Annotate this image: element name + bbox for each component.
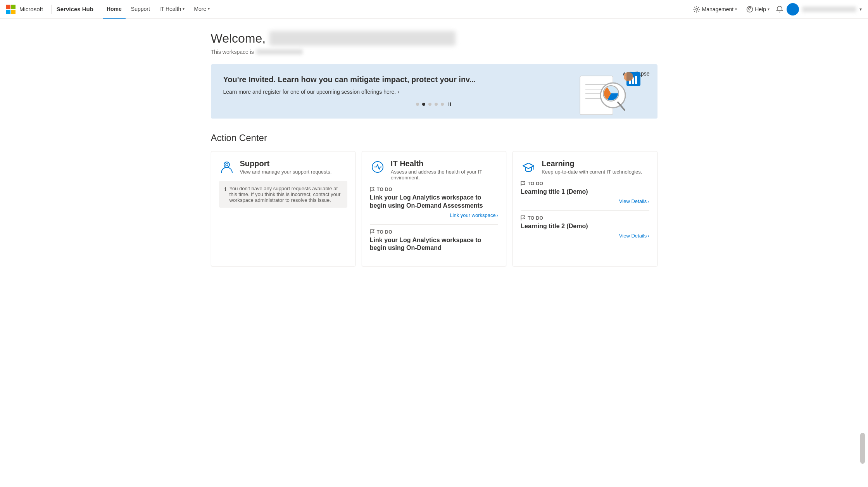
it-health-todo-2: To Do Link your Log Analytics workspace … (370, 229, 498, 253)
it-health-card-header: IT Health Assess and address the health … (370, 159, 498, 181)
gear-icon (693, 6, 700, 13)
svg-point-15 (624, 72, 633, 81)
action-center: Action Center Support View and manage yo… (211, 133, 657, 267)
banner-dot-1[interactable] (416, 103, 419, 106)
welcome-title: Welcome, (211, 31, 657, 46)
svg-point-0 (696, 8, 698, 10)
support-card-text: Support View and manage your support req… (240, 159, 332, 175)
nav-link-more[interactable]: More ▾ (190, 0, 214, 19)
nav-link-it-health[interactable]: IT Health ▾ (155, 0, 189, 19)
notifications-button[interactable] (776, 5, 783, 13)
learning-card-text: Learning Keep up-to-date with current IT… (542, 159, 642, 175)
svg-point-17 (226, 163, 228, 166)
help-icon (746, 6, 753, 13)
user-chevron[interactable]: ▾ (859, 7, 862, 12)
support-card-header: Support View and manage your support req… (219, 159, 347, 175)
user-name-welcome-blurred (269, 31, 456, 46)
learning-todo-1: To Do Learning title 1 (Demo) View Detai… (521, 181, 649, 204)
svg-rect-14 (635, 76, 637, 84)
cards-row: Support View and manage your support req… (211, 151, 657, 267)
learning-todo-2: To Do Learning title 2 (Demo) View Detai… (521, 215, 649, 239)
banner-dot-4[interactable] (435, 103, 438, 106)
microsoft-text: Microsoft (19, 6, 43, 12)
todo-label-2: To Do (370, 229, 498, 235)
banner-dot-5[interactable] (441, 103, 444, 106)
help-button[interactable]: Help ▾ (743, 3, 773, 15)
ms-logo-grid (6, 5, 16, 14)
management-chevron: ▾ (735, 7, 737, 11)
workspace-line: This workspace is (211, 49, 657, 55)
support-info-box: ℹ You don't have any support requests av… (219, 181, 347, 208)
management-button[interactable]: Management ▾ (690, 3, 740, 15)
support-icon (219, 159, 235, 175)
learning-divider (521, 210, 649, 211)
user-name-blurred (802, 7, 856, 12)
it-health-card-text: IT Health Assess and address the health … (391, 159, 498, 181)
learning-todo-label-2: To Do (521, 215, 649, 221)
nav-right: Management ▾ Help ▾ ▾ (690, 3, 862, 15)
workspace-name-blurred (256, 49, 303, 55)
it-health-chevron: ▾ (183, 7, 185, 11)
svg-point-16 (224, 162, 230, 167)
microsoft-logo[interactable]: Microsoft (6, 5, 43, 14)
it-health-icon (370, 159, 385, 175)
flag-icon-3 (521, 181, 525, 186)
it-health-todo-1: To Do Link your Log Analytics workspace … (370, 187, 498, 218)
main-content: Welcome, This workspace is You're Invite… (202, 19, 667, 267)
learning-card: Learning Keep up-to-date with current IT… (513, 151, 657, 267)
nav-links: Home Support IT Health ▾ More ▾ (103, 0, 690, 19)
more-chevron: ▾ (208, 7, 210, 11)
learning-link-1[interactable]: View Details › (521, 198, 649, 204)
learning-link-2[interactable]: View Details › (521, 233, 649, 239)
banner-illustration (572, 68, 642, 119)
banner-illustration-svg (572, 68, 642, 119)
help-chevron: ▾ (768, 7, 770, 11)
flag-icon-2 (370, 229, 374, 235)
banner-title: You're Invited. Learn how you can mitiga… (223, 75, 519, 84)
banner-content: You're Invited. Learn how you can mitiga… (223, 75, 519, 95)
services-hub-brand: Services Hub (57, 6, 93, 12)
nav-link-support[interactable]: Support (127, 0, 154, 19)
learning-card-header: Learning Keep up-to-date with current IT… (521, 159, 649, 175)
learning-icon (521, 159, 536, 175)
promo-banner: You're Invited. Learn how you can mitiga… (211, 64, 657, 119)
banner-link[interactable]: Learn more and register for one of our u… (223, 89, 519, 95)
banner-dot-2[interactable] (422, 103, 425, 106)
bell-icon (776, 5, 783, 13)
it-health-link-1[interactable]: Link your workspace › (370, 212, 498, 218)
support-card: Support View and manage your support req… (211, 151, 355, 267)
info-icon: ℹ (224, 186, 226, 192)
welcome-section: Welcome, This workspace is (211, 31, 657, 55)
it-health-card: IT Health Assess and address the health … (362, 151, 506, 267)
banner-dot-3[interactable] (428, 103, 431, 106)
nav-divider (52, 5, 52, 14)
todo-label-1: To Do (370, 187, 498, 192)
todo-divider (370, 224, 498, 225)
nav-link-home[interactable]: Home (103, 0, 126, 19)
navbar: Microsoft Services Hub Home Support IT H… (0, 0, 868, 19)
flag-icon-4 (521, 215, 525, 221)
flag-icon (370, 187, 374, 192)
svg-point-2 (749, 10, 750, 11)
action-center-title: Action Center (211, 133, 657, 143)
banner-pause[interactable]: ⏸ (447, 101, 452, 107)
user-avatar[interactable] (787, 3, 799, 15)
learning-todo-label-1: To Do (521, 181, 649, 186)
